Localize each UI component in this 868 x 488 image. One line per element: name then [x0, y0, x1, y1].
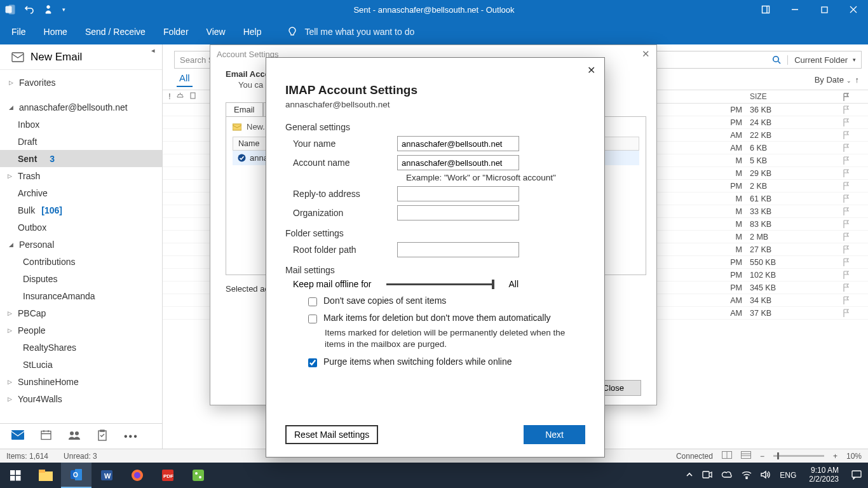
tray-language[interactable]: ENG [780, 471, 796, 480]
maximize-button[interactable] [810, 0, 839, 19]
undo-icon[interactable] [24, 4, 34, 15]
ribbon-display-options[interactable] [751, 0, 780, 19]
col-size-header[interactable]: SIZE [746, 92, 835, 101]
col-importance-icon[interactable]: ! [163, 92, 177, 101]
people-module-icon[interactable] [68, 430, 81, 443]
tray-onedrive-icon[interactable] [721, 471, 733, 480]
folder-pbcap[interactable]: ▷ PBCap [0, 304, 162, 322]
calendar-module-icon[interactable] [41, 430, 51, 443]
tray-clock[interactable]: 9:10 AM 2/2/2023 [805, 466, 843, 484]
folder-your4walls[interactable]: ▷ Your4Walls [0, 390, 162, 407]
ribbon-tab-sendreceive[interactable]: Send / Receive [85, 27, 146, 37]
mail-module-icon[interactable] [11, 430, 24, 442]
account-name-input[interactable] [397, 155, 519, 170]
zoom-slider[interactable] [773, 455, 824, 457]
flag-icon[interactable] [835, 194, 857, 203]
account-section[interactable]: ◢ annaschafer@bellsouth.net [0, 98, 162, 116]
zoom-in-icon[interactable]: + [833, 452, 837, 461]
folder-people[interactable]: ▷ People [0, 322, 162, 339]
root-folder-input[interactable] [397, 242, 519, 257]
flag-icon[interactable] [835, 220, 857, 228]
flag-icon[interactable] [835, 131, 857, 139]
ribbon-tab-file[interactable]: File [11, 27, 26, 37]
col-flag-header[interactable] [835, 93, 857, 101]
flag-icon[interactable] [835, 309, 857, 317]
taskbar-explorer-icon[interactable] [31, 463, 61, 488]
tell-me-search[interactable]: Tell me what you want to do [287, 26, 414, 37]
taskbar-app-icon[interactable] [183, 463, 214, 488]
taskbar-firefox-icon[interactable] [122, 463, 153, 488]
flag-icon[interactable] [835, 207, 857, 215]
folder-trash[interactable]: ▷ Trash [0, 167, 162, 184]
your-name-input[interactable] [397, 136, 519, 151]
folder-bulk[interactable]: Bulk [106] [0, 201, 162, 219]
folder-inbox[interactable]: Inbox [0, 116, 162, 133]
dont-save-sent-checkbox[interactable]: Don't save copies of sent items [285, 295, 585, 306]
col-attachment-icon[interactable] [189, 92, 202, 101]
search-icon[interactable] [772, 55, 781, 64]
folder-sent[interactable]: Sent 3 [0, 150, 162, 167]
organization-input[interactable] [397, 205, 519, 220]
folder-draft[interactable]: Draft [0, 133, 162, 150]
col-reminder-icon[interactable] [177, 92, 189, 101]
tray-meet-now-icon[interactable] [702, 470, 712, 480]
zoom-out-icon[interactable]: − [760, 452, 764, 461]
minimize-button[interactable] [780, 0, 810, 19]
tab-email[interactable]: Email [226, 102, 263, 116]
qat-dropdown-icon[interactable]: ▾ [62, 6, 65, 13]
flag-icon[interactable] [835, 233, 857, 241]
taskbar-word-icon[interactable]: W [92, 463, 122, 488]
ribbon-tab-home[interactable]: Home [44, 27, 67, 37]
flag-icon[interactable] [835, 169, 857, 177]
ribbon-tab-help[interactable]: Help [243, 27, 262, 37]
folder-outbox[interactable]: Outbox [0, 219, 162, 236]
ribbon-tab-view[interactable]: View [207, 27, 226, 37]
favorites-section[interactable]: ▷ Favorites [0, 74, 162, 91]
mark-for-deletion-checkbox[interactable]: Mark items for deletion but don't move t… [285, 313, 585, 323]
taskbar-outlook-icon[interactable]: O [61, 463, 92, 488]
view-normal-icon[interactable] [722, 451, 732, 461]
folder-realtyshares[interactable]: RealtyShares [0, 339, 162, 356]
collapse-folder-pane-icon[interactable]: ◂ [151, 46, 155, 55]
flag-icon[interactable] [835, 283, 857, 292]
start-button[interactable] [0, 463, 31, 488]
view-reading-icon[interactable] [741, 451, 751, 461]
flag-icon[interactable] [835, 271, 857, 279]
flag-icon[interactable] [835, 105, 857, 114]
taskbar-pdf-icon[interactable]: PDF [153, 463, 183, 488]
new-email-button[interactable]: New Email [0, 44, 162, 70]
more-modules-icon[interactable]: ••• [124, 431, 139, 442]
purge-items-checkbox[interactable]: Purge items when switching folders while… [285, 356, 585, 367]
ribbon-tab-folder[interactable]: Folder [163, 27, 189, 37]
close-icon[interactable]: ✕ [642, 48, 650, 60]
flag-icon[interactable] [835, 156, 857, 165]
tray-notifications-icon[interactable] [851, 470, 862, 481]
close-button[interactable] [839, 0, 868, 19]
flag-icon[interactable] [835, 245, 857, 254]
reset-mail-settings-button[interactable]: Reset Mail settings [285, 425, 378, 444]
tray-network-icon[interactable] [742, 471, 752, 480]
tasks-module-icon[interactable] [97, 430, 107, 444]
tray-overflow-icon[interactable] [686, 471, 693, 480]
folder-archive[interactable]: Archive [0, 184, 162, 201]
folder-insuranceamanda[interactable]: InsuranceAmanda [0, 287, 162, 304]
folder-sunshinehome[interactable]: ▷ SunshineHome [0, 373, 162, 390]
touch-mode-icon[interactable] [43, 4, 53, 15]
personal-section[interactable]: ◢ Personal [0, 236, 162, 253]
keep-offline-slider[interactable] [386, 283, 493, 285]
flag-icon[interactable] [835, 144, 857, 152]
flag-icon[interactable] [835, 118, 857, 126]
flag-icon[interactable] [835, 258, 857, 266]
tray-volume-icon[interactable] [761, 470, 771, 480]
filter-all-tab[interactable]: All [177, 72, 193, 87]
folder-disputes[interactable]: Disputes [0, 270, 162, 287]
close-icon[interactable]: ✕ [587, 64, 595, 76]
flag-icon[interactable] [835, 296, 857, 304]
folder-contributions[interactable]: Contributions [0, 253, 162, 270]
next-button[interactable]: Next [524, 425, 585, 444]
flag-icon[interactable] [835, 182, 857, 190]
sort-direction-icon[interactable]: ↑ [855, 75, 860, 85]
folder-stlucia[interactable]: StLucia [0, 356, 162, 373]
reply-to-input[interactable] [397, 186, 519, 201]
search-scope-dropdown[interactable]: Current Folder▾ [787, 55, 856, 65]
